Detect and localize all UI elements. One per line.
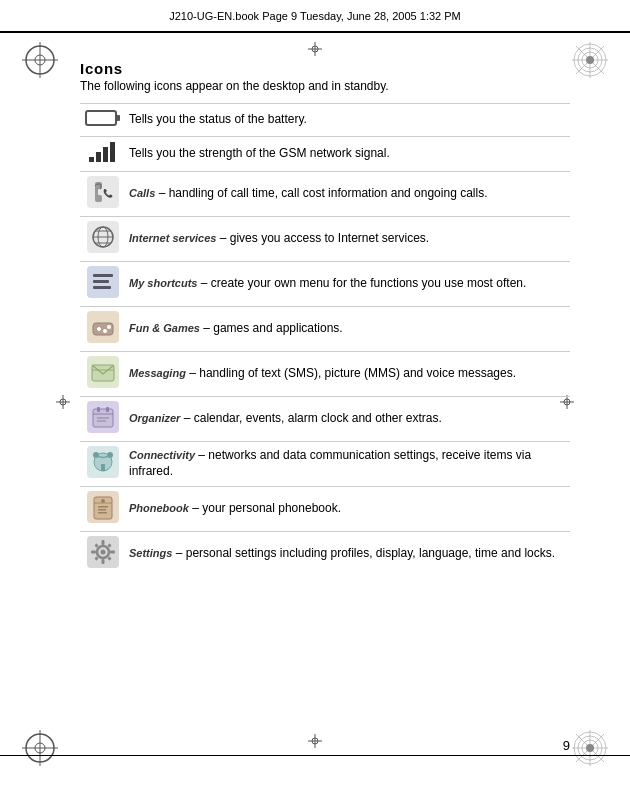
connectivity-text: Connectivity – networks and data communi… <box>126 442 570 487</box>
corner-mark-br <box>570 728 610 768</box>
top-rule <box>0 32 630 33</box>
svg-rect-87 <box>91 551 96 554</box>
organizer-text: Organizer – calendar, events, alarm cloc… <box>126 397 570 442</box>
signal-icon-cell <box>80 137 126 172</box>
shortcuts-icon-cell <box>80 262 126 307</box>
svg-rect-53 <box>93 286 111 289</box>
calls-text: Calls – handling of call time, call cost… <box>126 172 570 217</box>
svg-rect-74 <box>101 464 105 471</box>
table-row: Tells you the strength of the GSM networ… <box>80 137 570 172</box>
table-row: Organizer – calendar, events, alarm cloc… <box>80 397 570 442</box>
header-text: J210-UG-EN.book Page 9 Tuesday, June 28,… <box>169 10 460 22</box>
svg-point-59 <box>103 329 107 333</box>
messaging-text: Messaging – handling of text (SMS), pict… <box>126 352 570 397</box>
calls-icon-cell: 📞 <box>80 172 126 217</box>
svg-rect-51 <box>93 274 113 277</box>
corner-mark-bl <box>20 728 60 768</box>
settings-icon-cell <box>80 532 126 577</box>
svg-rect-79 <box>98 506 108 508</box>
mid-left-mark <box>56 395 70 413</box>
table-row: Settings – personal settings including p… <box>80 532 570 577</box>
phonebook-text: Phonebook – your personal phonebook. <box>126 487 570 532</box>
bottom-rule <box>0 755 630 756</box>
table-row: My shortcuts – create your own menu for … <box>80 262 570 307</box>
svg-rect-52 <box>93 280 109 283</box>
svg-rect-66 <box>97 407 100 412</box>
svg-rect-85 <box>102 540 105 545</box>
calls-icon: 📞 <box>87 176 119 208</box>
shortcuts-icon <box>87 266 119 298</box>
svg-rect-41 <box>110 142 115 162</box>
internet-icon <box>87 221 119 253</box>
signal-text: Tells you the strength of the GSM networ… <box>126 137 570 172</box>
svg-rect-86 <box>102 559 105 564</box>
games-icon <box>87 311 119 343</box>
internet-text: Internet services – gives you access to … <box>126 217 570 262</box>
table-row: Internet services – gives you access to … <box>80 217 570 262</box>
svg-text:📞: 📞 <box>103 188 113 198</box>
table-row: Messaging – handling of text (SMS), pict… <box>80 352 570 397</box>
icons-table: Tells you the status of the battery. Tel… <box>80 103 570 576</box>
connectivity-icon-cell <box>80 442 126 487</box>
settings-text: Settings – personal settings including p… <box>126 532 570 577</box>
page-subtitle: The following icons appear on the deskto… <box>80 79 570 93</box>
header-bar: J210-UG-EN.book Page 9 Tuesday, June 28,… <box>0 0 630 32</box>
svg-rect-81 <box>98 512 107 514</box>
battery-icon-cell <box>80 104 126 137</box>
svg-point-84 <box>101 550 106 555</box>
phonebook-icon-cell <box>80 487 126 532</box>
svg-point-58 <box>107 325 111 329</box>
table-row: Tells you the status of the battery. <box>80 104 570 137</box>
organizer-icon <box>87 401 119 433</box>
messaging-icon <box>87 356 119 388</box>
connectivity-icon <box>87 446 119 478</box>
shortcuts-text: My shortcuts – create your own menu for … <box>126 262 570 307</box>
svg-rect-37 <box>116 115 120 121</box>
table-row: Fun & Games – games and applications. <box>80 307 570 352</box>
corner-mark-tl <box>20 40 60 80</box>
svg-rect-80 <box>98 509 106 511</box>
signal-icon <box>87 141 119 163</box>
corner-mark-tr <box>570 40 610 80</box>
phonebook-icon <box>87 491 119 523</box>
svg-point-78 <box>101 499 105 503</box>
games-text: Fun & Games – games and applications. <box>126 307 570 352</box>
table-row: 📞 Calls – handling of call time, call co… <box>80 172 570 217</box>
organizer-icon-cell <box>80 397 126 442</box>
svg-rect-36 <box>86 111 116 125</box>
svg-rect-88 <box>110 551 115 554</box>
internet-icon-cell <box>80 217 126 262</box>
svg-rect-38 <box>89 157 94 162</box>
table-row: Phonebook – your personal phonebook. <box>80 487 570 532</box>
battery-icon <box>85 108 121 128</box>
svg-rect-39 <box>96 152 101 162</box>
games-icon-cell <box>80 307 126 352</box>
svg-rect-67 <box>106 407 109 412</box>
page-title: Icons <box>80 60 570 77</box>
svg-rect-55 <box>93 323 113 335</box>
settings-icon <box>87 536 119 568</box>
table-row: Connectivity – networks and data communi… <box>80 442 570 487</box>
messaging-icon-cell <box>80 352 126 397</box>
battery-text: Tells you the status of the battery. <box>126 104 570 137</box>
main-content: Icons The following icons appear on the … <box>80 50 570 748</box>
svg-rect-40 <box>103 147 108 162</box>
